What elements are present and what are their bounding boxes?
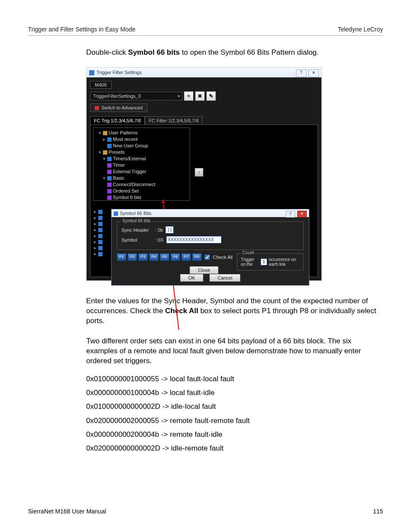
window-title: Trigger Filter Settings [97, 70, 142, 75]
switch-advanced-button[interactable]: Switch to Advanced [90, 103, 147, 112]
hex-examples: 0x0100000001000055 -> local fault-local … [86, 372, 383, 456]
titlebar: Trigger Filter Settings ? ✕ [87, 68, 321, 78]
header-right: Teledyne LeCroy [338, 26, 383, 33]
tab-fc-trig[interactable]: FC Trig 1/2,3/4,5/6,7/8 [90, 116, 145, 124]
help-button[interactable]: ? [296, 69, 306, 77]
tree-stubs: ▸ ▸ ▸ ▸ ▸ ▸ ▸ ▸ [94, 209, 111, 257]
port-p6[interactable]: P6 [171, 253, 180, 261]
symbol-label: Symbol [121, 237, 153, 243]
footer-page: 115 [373, 508, 383, 515]
symbol-input[interactable]: XXXXXXXXXXXXXXXX [166, 236, 221, 243]
dialog-icon [114, 212, 118, 216]
pattern-tree[interactable]: ▾User Patterns ▸Most recent New User Gro… [93, 128, 190, 201]
footer-left: SierraNet M168 User Manual [28, 508, 106, 515]
dialog-help-button[interactable]: ? [286, 211, 295, 218]
port-p3[interactable]: P3 [138, 253, 148, 261]
ok-button[interactable]: OK [180, 274, 203, 282]
edit-button[interactable]: ✎ [206, 91, 216, 101]
port-p7[interactable]: P7 [181, 253, 191, 261]
cancel-button[interactable]: Cancel [209, 274, 240, 282]
dialog-close-button[interactable]: ✕ [297, 211, 307, 218]
port-p4[interactable]: P4 [149, 253, 159, 261]
sync-header-input[interactable]: 11 [165, 226, 174, 233]
paragraph-1: Enter the values for the Sync Header, Sy… [86, 296, 383, 326]
port-buttons: P1 P2 P3 P4 P5 P6 P7 P8 Check All [117, 253, 233, 261]
sync-header-label: Sync Header [121, 227, 153, 233]
tab-fc-filter[interactable]: FC Filter 1/2,3/4,5/6,7/8 [145, 116, 202, 124]
port-p8[interactable]: P8 [192, 253, 202, 261]
intro-text: Double-click Symbol 66 bits to open the … [86, 48, 383, 58]
delete-button[interactable]: ✖ [195, 91, 205, 101]
main-panel: ▾User Patterns ▸Most recent New User Gro… [90, 124, 318, 277]
header-left: Trigger and Filter Settings in Easy Mode [28, 26, 135, 33]
switch-icon [95, 106, 99, 110]
close-button[interactable]: ✕ [308, 69, 319, 77]
app-icon [89, 70, 94, 75]
port-p2[interactable]: P2 [128, 253, 137, 261]
paragraph-2: Two different order sets can exist in on… [86, 336, 383, 366]
count-legend: Count [241, 250, 256, 255]
close-main-button[interactable]: Close [190, 266, 218, 274]
dialog-title: Symbol 66 Bits [120, 211, 151, 216]
settings-combo[interactable]: TriggerFilterSettings_0 [90, 92, 182, 100]
port-p5[interactable]: P5 [160, 253, 169, 261]
fieldset-legend: Symbol 66 bits [121, 218, 153, 223]
add-button[interactable]: ＋ [184, 91, 193, 101]
tab-m408[interactable]: M408 [90, 81, 112, 89]
check-all[interactable]: Check All [203, 253, 233, 261]
port-p1[interactable]: P1 [117, 253, 126, 261]
expand-button[interactable]: › [195, 168, 203, 177]
screenshot-window: Trigger Filter Settings ? ✕ M408 Trigger… [86, 67, 322, 281]
